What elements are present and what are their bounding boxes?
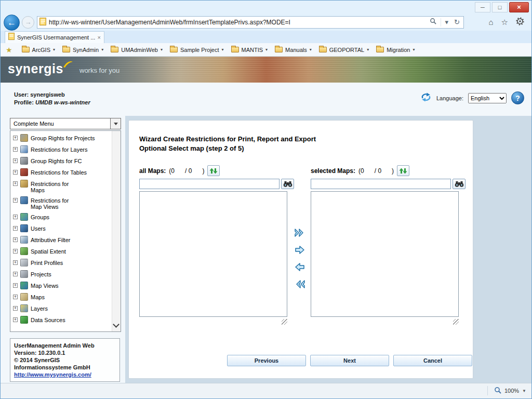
expand-icon[interactable]: + xyxy=(13,181,18,186)
chevron-down-icon[interactable]: ▾ xyxy=(265,47,268,52)
expand-icon[interactable]: + xyxy=(13,283,18,288)
expand-icon[interactable]: + xyxy=(13,198,18,203)
reload-all-maps-button[interactable] xyxy=(207,165,220,176)
expand-icon[interactable]: + xyxy=(13,215,18,219)
chevron-down-icon[interactable]: ▾ xyxy=(222,47,224,52)
minimize-button[interactable]: ─ xyxy=(475,2,490,12)
cancel-button[interactable]: Cancel xyxy=(393,355,472,366)
zoom-control[interactable]: 100% ▼ xyxy=(487,386,526,395)
expand-icon[interactable]: + xyxy=(13,170,18,175)
all-maps-resize-grip[interactable] xyxy=(282,319,287,325)
expand-icon[interactable]: + xyxy=(13,260,18,265)
language-select[interactable]: English xyxy=(468,93,507,103)
favorite-item-synadmin[interactable]: SynAdmin ▾ xyxy=(62,47,103,53)
expand-icon[interactable]: + xyxy=(13,272,18,276)
tree-item-attributive-filter[interactable]: + Attributive Filter xyxy=(13,236,111,244)
expand-icon[interactable]: + xyxy=(13,317,18,322)
tree-item-maps[interactable]: + Maps xyxy=(13,293,111,301)
tab-synergis-usermanagement[interactable]: SynerGIS Usermanagement ... × xyxy=(5,31,104,43)
footer-title: UserManagement Admin Web xyxy=(14,342,116,349)
home-icon[interactable]: ⌂ xyxy=(488,17,493,28)
favorite-item-migration[interactable]: Migration ▾ xyxy=(376,47,415,53)
spatial-extent-icon xyxy=(20,247,28,255)
menu-mode-value: Complete Menu xyxy=(10,121,110,127)
move-left-button[interactable] xyxy=(292,261,308,273)
favorite-label: ArcGIS xyxy=(32,47,50,53)
tree-item-restrictions-tables[interactable]: + Restrictions for Tables xyxy=(13,168,111,177)
groups-icon xyxy=(20,213,28,221)
tree-item-restrictions-layers[interactable]: + Restrictions for Layers xyxy=(13,145,111,154)
autocomplete-caret-icon[interactable]: ▾ xyxy=(444,17,450,28)
page-icon xyxy=(39,18,46,28)
expand-icon[interactable]: + xyxy=(13,295,18,299)
favorite-item-mantis[interactable]: MANTIS ▾ xyxy=(231,47,268,53)
footer-link[interactable]: http://www.mysynergis.com/ xyxy=(14,371,91,378)
favorite-item-sample-project[interactable]: Sample Project ▾ xyxy=(170,47,224,53)
expand-icon[interactable]: + xyxy=(13,136,18,140)
all-maps-filter-input[interactable] xyxy=(139,179,280,189)
forward-button[interactable]: → xyxy=(22,16,34,29)
help-button[interactable]: ? xyxy=(511,91,524,104)
tree-item-spatial-extent[interactable]: + Spatial Extent xyxy=(13,247,111,256)
expand-icon[interactable]: + xyxy=(13,249,18,254)
chevron-down-icon[interactable]: ▾ xyxy=(53,47,55,52)
tab-close-icon[interactable]: × xyxy=(98,34,101,41)
user-value: synergisweb xyxy=(30,91,65,98)
chevron-down-icon[interactable]: ▾ xyxy=(413,47,415,52)
move-all-left-button[interactable] xyxy=(292,278,308,290)
address-bar[interactable]: http://w-ws-wintner/UserManagementAdminW… xyxy=(37,16,464,29)
expand-icon[interactable]: + xyxy=(13,306,18,311)
all-maps-listbox[interactable] xyxy=(139,191,287,317)
chevron-down-icon[interactable]: ▾ xyxy=(367,47,369,52)
tree-item-map-views[interactable]: + Map Views xyxy=(13,282,111,290)
tree-item-restrictions-maps[interactable]: + Restrictions for Maps xyxy=(13,180,111,193)
tree-item-groups[interactable]: + Groups xyxy=(13,213,111,221)
refresh-icon[interactable] xyxy=(420,92,432,104)
expand-icon[interactable]: + xyxy=(13,158,18,163)
next-button[interactable]: Next xyxy=(310,355,389,366)
tree-item-group-rights-projects[interactable]: + Group Rights for Projects xyxy=(13,134,111,142)
chevron-down-icon[interactable]: ▾ xyxy=(101,47,103,52)
maximize-button[interactable]: □ xyxy=(492,2,508,12)
tree-item-users[interactable]: + Users xyxy=(13,224,111,233)
favorite-item-manuals[interactable]: Manuals ▾ xyxy=(275,47,312,53)
back-button[interactable]: ← xyxy=(4,15,20,31)
selected-maps-search-button[interactable] xyxy=(453,179,466,189)
url-text[interactable]: http://w-ws-wintner/UserManagementAdminW… xyxy=(49,19,425,26)
tree-item-print-profiles[interactable]: + Print Profiles xyxy=(13,259,111,267)
tree-scrollbar[interactable] xyxy=(112,131,121,331)
move-all-right-button[interactable] xyxy=(292,227,308,239)
chevron-down-icon[interactable] xyxy=(110,118,121,129)
selected-maps-resize-grip[interactable] xyxy=(453,319,459,325)
wizard-panel: Wizard Create Restrictions for Print, Re… xyxy=(128,120,473,379)
tree-item-data-sources[interactable]: + Data Sources xyxy=(13,316,111,324)
refresh-page-icon[interactable]: ↻ xyxy=(453,17,461,28)
favorites-icon[interactable]: ☆ xyxy=(501,17,508,28)
expand-icon[interactable]: + xyxy=(13,226,18,231)
tree-item-label: Maps xyxy=(31,293,45,300)
tree-item-layers[interactable]: + Layers xyxy=(13,304,111,313)
selected-maps-listbox[interactable] xyxy=(311,191,459,317)
expand-icon[interactable]: + xyxy=(13,237,18,242)
search-icon[interactable] xyxy=(428,17,438,28)
tree-item-projects[interactable]: + Projects xyxy=(13,270,111,278)
previous-button[interactable]: Previous xyxy=(227,355,306,366)
favorites-bar-star-icon[interactable]: ★ xyxy=(6,46,12,54)
reload-selected-maps-button[interactable] xyxy=(397,165,409,176)
favorite-item-arcgis[interactable]: ArcGIS ▾ xyxy=(22,47,55,53)
chevron-down-icon[interactable]: ▾ xyxy=(310,47,312,52)
all-maps-search-button[interactable] xyxy=(281,179,294,189)
scroll-down-icon[interactable] xyxy=(113,321,119,328)
tree-item-group-rights-fc[interactable]: + Group Rights for FC xyxy=(13,157,111,165)
close-button[interactable]: × xyxy=(509,2,529,12)
expand-icon[interactable]: + xyxy=(13,147,18,152)
tools-gear-icon[interactable] xyxy=(516,17,524,28)
chevron-down-icon[interactable]: ▾ xyxy=(161,47,163,52)
selected-maps-filter-input[interactable] xyxy=(311,179,451,189)
chevron-down-icon[interactable]: ▼ xyxy=(522,389,526,393)
favorite-item-umadminweb[interactable]: UMAdminWeb ▾ xyxy=(111,47,163,53)
tree-item-restrictions-map-views[interactable]: + Restrictions for Map Views xyxy=(13,196,111,210)
favorite-item-geoportal[interactable]: GEOPORTAL ▾ xyxy=(319,47,369,53)
move-right-button[interactable] xyxy=(292,244,308,256)
menu-mode-select[interactable]: Complete Menu xyxy=(10,118,121,129)
